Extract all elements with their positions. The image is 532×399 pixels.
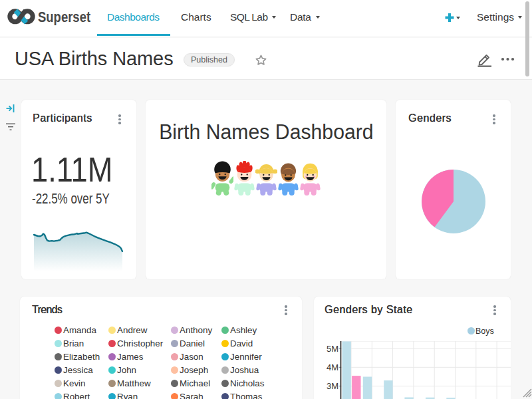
svg-text:3M: 3M (327, 381, 338, 391)
svg-text:4M: 4M (327, 362, 338, 372)
svg-text:5M: 5M (327, 344, 338, 354)
